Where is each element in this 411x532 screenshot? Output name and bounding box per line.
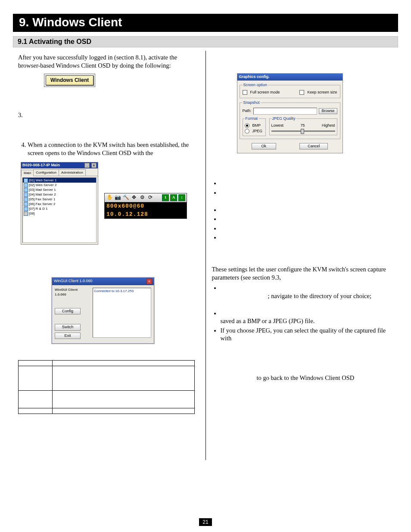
table-row: [19, 391, 195, 408]
ok-button[interactable]: Ok: [252, 143, 277, 150]
list-item[interactable]: [03] Mail Server 1: [23, 187, 96, 192]
go-back-text: to go back to the Windows Client OSD: [257, 374, 393, 382]
step-3: 3.: [18, 111, 199, 119]
description-table: [18, 360, 195, 414]
bullet: [221, 206, 393, 214]
camera-icon[interactable]: 📷: [114, 194, 121, 201]
config-button[interactable]: Config: [55, 308, 81, 315]
hand-icon[interactable]: ✋: [106, 194, 113, 201]
section-title: 9.1 Activating the OSD: [13, 36, 398, 47]
graphics-config-dialog: Graphics config. Screen option Full scre…: [237, 73, 343, 153]
table-row: [19, 361, 195, 366]
snapshot-group: Snapshot Path: Browse Format BMP JPEG: [240, 100, 340, 139]
list-item[interactable]: [04] Mail Server 2: [23, 192, 96, 197]
switch-button[interactable]: Switch: [55, 324, 81, 331]
bullet: [221, 215, 393, 223]
target-icon[interactable]: ✥: [131, 194, 137, 201]
path-input[interactable]: [253, 108, 318, 115]
keepsize-label: Keep screen size: [307, 90, 337, 95]
indicator-a: A: [170, 194, 177, 201]
indicator-1: 1: [162, 194, 169, 201]
table-row: [19, 408, 195, 414]
list-item[interactable]: [06] Fax Server 2: [23, 202, 96, 206]
indicator-arrow: ↕: [178, 194, 185, 201]
bmp-radio[interactable]: [245, 123, 249, 128]
keepsize-checkbox[interactable]: [299, 90, 304, 95]
hammer-icon[interactable]: 🔨: [122, 194, 129, 201]
minimize-icon[interactable]: _: [84, 163, 90, 168]
refresh-icon[interactable]: ⟳: [147, 194, 154, 201]
path-label: Path:: [243, 109, 252, 114]
tab-main[interactable]: Main: [21, 170, 34, 176]
winclient-logo: WinGUI Client 1.0.060: [55, 288, 90, 296]
list-item[interactable]: [01] Web Server 1: [23, 178, 96, 183]
right-column: Graphics config. Screen option Full scre…: [207, 51, 399, 460]
winclient-dialog: WinGUI Client 1.0.060 x WinGUI Client 1.…: [52, 277, 154, 344]
osd-tree[interactable]: [01] Web Server 1 [02] Web Server 2 [03]…: [22, 177, 97, 243]
status-log: Connected to 10.3.17.253: [93, 288, 151, 338]
graphics-config-title: Graphics config.: [237, 74, 342, 81]
list-item[interactable]: [02] Web Server 2: [23, 183, 96, 187]
windows-client-button[interactable]: Windows Client: [46, 75, 93, 85]
exit-button[interactable]: Exit: [55, 333, 81, 339]
bullet: [221, 179, 393, 187]
bullet: saved as a BMP or a JPEG (JPG) file.: [221, 309, 393, 325]
browse-button[interactable]: Browse: [319, 108, 337, 114]
osd-window: B020-008-17-IP Main _ x Main Configurati…: [21, 162, 98, 245]
chapter-title: 9. Windows Client: [13, 14, 398, 32]
table-row: [19, 366, 195, 391]
column-divider: [206, 51, 206, 460]
tab-configuration[interactable]: Configuration: [33, 169, 59, 176]
list-item[interactable]: [07] R & D 1: [23, 206, 96, 211]
intro-text: After you have successfully logged in (s…: [18, 53, 199, 69]
page-number: 21: [0, 518, 411, 526]
screen-option-group: Screen option Full screen mode Keep scre…: [240, 83, 340, 98]
gear-icon[interactable]: ⚙: [139, 194, 146, 201]
step-4: When a connection to the KVM switch has …: [28, 141, 199, 157]
bullet: [221, 189, 393, 205]
osd-titlebar: B020-008-17-IP Main _ x: [21, 162, 98, 168]
control-toolbar: ✋ 📷 🔨 ✥ ⚙ ⟳ 1 A ↕ 800x600@60 10.0.12.128: [104, 193, 187, 219]
winclient-title: WinGUI Client 1.0.060: [54, 279, 93, 284]
bullet: ; navigate to the directory of your choi…: [221, 284, 393, 308]
fullscreen-label: Full screen mode: [250, 90, 280, 95]
jpeg-radio[interactable]: [245, 129, 249, 134]
osd-title-text: B020-008-17-IP Main: [22, 163, 60, 168]
list-item[interactable]: [05] Fax Server 1: [23, 197, 96, 202]
close-icon[interactable]: x: [91, 163, 97, 168]
cancel-button[interactable]: Cancel: [299, 143, 328, 150]
bullet: [221, 224, 393, 233]
bullet: [221, 233, 393, 242]
ip-readout: 10.0.12.128: [104, 211, 187, 219]
windows-client-button-figure: Windows Client: [44, 74, 95, 87]
list-item[interactable]: [08]: [23, 211, 96, 216]
bullet: If you choose JPEG, you can select the q…: [221, 327, 393, 342]
quality-slider[interactable]: [271, 129, 335, 133]
close-icon[interactable]: x: [146, 279, 152, 284]
resolution-readout: 800x600@60: [104, 202, 187, 211]
left-column: After you have successfully logged in (s…: [13, 51, 205, 460]
fullscreen-checkbox[interactable]: [243, 90, 247, 95]
tab-administration[interactable]: Administration: [59, 169, 86, 176]
snapshot-intro: These settings let the user configure th…: [212, 265, 393, 281]
